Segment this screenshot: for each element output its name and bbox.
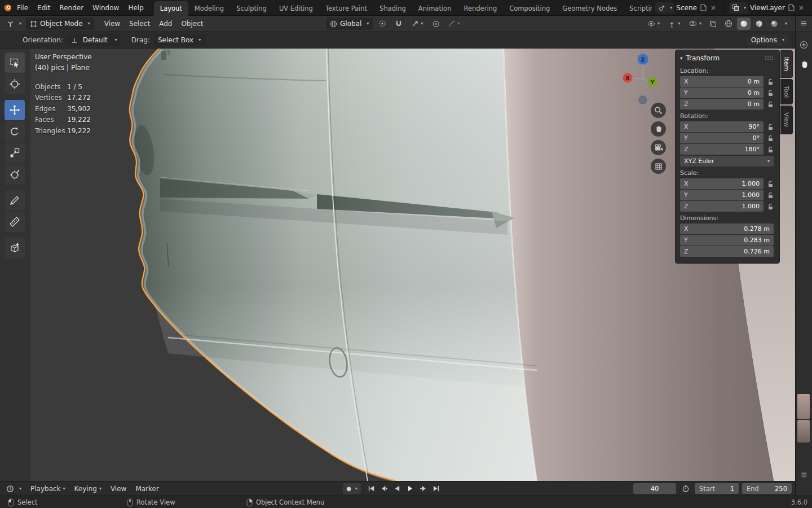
lock-location-z-icon[interactable] [764,101,774,108]
menu-file[interactable]: File [12,0,33,16]
tool-add-cube[interactable] [5,238,25,258]
dimensions-z-field[interactable]: Z0.726 m [680,246,774,257]
menu-object[interactable]: Object [176,16,208,32]
menu-keying[interactable]: Keying▾ [70,485,106,493]
shading-material-button[interactable] [752,17,766,30]
preview-range-button[interactable] [679,483,691,494]
sidebar-tab-tool[interactable]: Tool [780,79,793,104]
scene-browse-button[interactable]: ▾ [655,2,674,14]
location-x-field[interactable]: X0 m [680,76,764,87]
tab-texture-paint[interactable]: Texture Paint [319,1,373,16]
transform-panel-header[interactable]: ▾ Transform [680,52,774,64]
viewport-3d[interactable]: User Perspective (40) pics | Plane Objec… [0,49,795,481]
menu-window[interactable]: Window [88,0,123,16]
strip-hand-icon[interactable] [800,60,809,69]
rotation-z-field[interactable]: Z180° [680,144,764,155]
shading-solid-button[interactable] [737,17,751,30]
next-keyframe-button[interactable] [417,483,429,494]
rotation-x-field[interactable]: X90° [680,121,764,132]
tab-layout[interactable]: Layout [154,1,188,16]
shading-dropdown-icon[interactable]: ▾ [785,21,787,26]
tool-scale[interactable] [5,143,25,163]
strip-footer-icon[interactable] [800,471,808,479]
tool-move[interactable] [5,100,25,120]
tool-rotate[interactable] [5,121,25,142]
play-button[interactable] [404,483,416,494]
pan-hand-button[interactable] [651,121,666,137]
viewlayer-browse-button[interactable]: ▾ [729,2,748,14]
tab-geometry-nodes[interactable]: Geometry Nodes [556,1,623,16]
dimensions-y-field[interactable]: Y0.283 m [680,235,774,246]
lock-scale-z-icon[interactable] [764,203,774,210]
gizmos-dropdown[interactable]: ▾ [665,17,684,30]
zoom-button[interactable] [651,103,666,118]
tool-cursor[interactable] [5,74,25,94]
remove-viewlayer-icon[interactable]: × [797,4,805,12]
new-scene-icon[interactable] [699,3,708,12]
scale-z-field[interactable]: Z1.000 [680,201,764,212]
menu-playback[interactable]: Playback▾ [26,485,70,493]
unlink-scene-icon[interactable]: × [709,4,717,12]
orthographic-toggle-button[interactable] [651,159,666,174]
location-y-field[interactable]: Y0 m [680,87,764,98]
options-dropdown[interactable]: Options ▾ [747,34,788,46]
menu-timeline-view[interactable]: View [106,485,131,493]
tool-select-box[interactable] [5,52,25,73]
lock-scale-x-icon[interactable] [764,181,774,187]
lock-scale-y-icon[interactable] [764,192,774,199]
menu-render[interactable]: Render [55,0,88,16]
play-reverse-button[interactable] [391,483,403,494]
camera-view-button[interactable] [651,140,666,155]
menu-edit[interactable]: Edit [33,0,55,16]
current-frame-field[interactable]: 40 [633,483,676,494]
snap-settings-dropdown[interactable]: ▾ [408,17,426,30]
lock-location-y-icon[interactable] [764,90,774,97]
sidebar-tab-item[interactable]: Item [780,50,793,78]
tab-sculpting[interactable]: Sculpting [230,1,273,16]
jump-to-start-button[interactable] [365,483,377,494]
menu-marker[interactable]: Marker [131,485,163,493]
sidebar-tab-view[interactable]: View [780,106,793,134]
overlays-dropdown[interactable]: ▾ [686,17,705,30]
gizmo-neg-z[interactable] [639,96,647,104]
transform-orientation-dropdown[interactable]: Global ▾ [326,17,373,30]
tool-orientation-dropdown[interactable]: Default ▾ [67,34,121,46]
timeline-editor-type-button[interactable] [3,483,17,495]
new-viewlayer-icon[interactable] [787,3,796,12]
lock-rotation-z-icon[interactable] [764,146,774,153]
shading-rendered-button[interactable] [767,17,781,30]
strip-add-icon[interactable] [800,41,808,49]
tab-uv-editing[interactable]: UV Editing [273,1,319,16]
jump-to-end-button[interactable] [430,483,442,494]
object-visibility-dropdown[interactable]: ▾ [644,17,663,30]
lock-rotation-x-icon[interactable] [764,124,774,130]
proportional-editing-button[interactable] [429,17,443,30]
menu-view[interactable]: View [100,16,125,32]
viewlayer-name[interactable]: ViewLayer [750,4,785,12]
tab-compositing[interactable]: Compositing [503,1,556,16]
xray-toggle-button[interactable] [707,17,720,30]
tool-transform[interactable] [5,164,25,185]
mode-dropdown[interactable]: Object Mode ▾ [26,17,94,30]
shading-wireframe-button[interactable] [722,17,735,30]
scale-x-field[interactable]: X1.000 [680,178,764,189]
rotation-mode-dropdown[interactable]: XYZ Euler ▾ [680,156,774,167]
location-z-field[interactable]: Z0 m [680,99,764,110]
panel-expand-icon[interactable]: ▾ [680,55,683,61]
scene-name[interactable]: Scene [676,4,697,12]
pivot-point-button[interactable] [376,17,389,30]
menu-select[interactable]: Select [125,16,155,32]
image-thumbnail[interactable] [797,393,810,444]
prev-keyframe-button[interactable] [378,483,390,494]
navigation-gizmo[interactable]: Z X Y [619,50,667,108]
tab-scripting[interactable]: Scripting [623,1,652,16]
end-frame-field[interactable]: End 250 [742,483,792,494]
blender-logo-icon[interactable] [3,3,12,12]
menu-add[interactable]: Add [155,16,176,32]
lock-rotation-y-icon[interactable] [764,135,774,142]
editor-type-button[interactable] [3,17,17,30]
scale-y-field[interactable]: Y1.000 [680,190,764,200]
menu-help[interactable]: Help [123,0,148,16]
lock-location-x-icon[interactable] [764,78,774,85]
auto-keying-button[interactable]: ● ▾ [343,483,361,494]
